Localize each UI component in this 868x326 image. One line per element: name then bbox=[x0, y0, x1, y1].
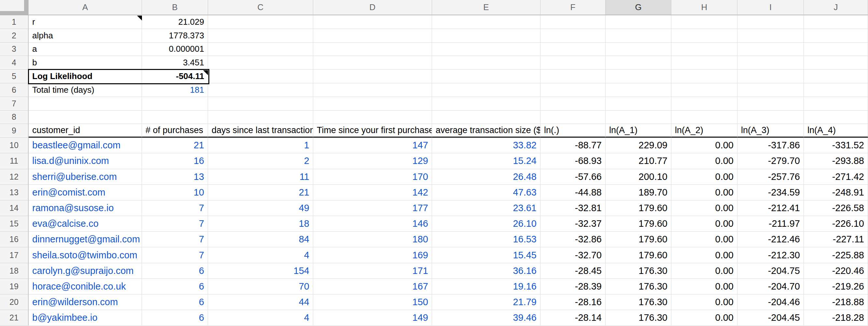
cell-H20[interactable]: 0.00 bbox=[671, 294, 738, 310]
cell-A4[interactable]: b bbox=[29, 56, 142, 70]
cell-C2[interactable] bbox=[208, 29, 313, 43]
cell-D7[interactable] bbox=[313, 97, 432, 110]
cell-H14[interactable]: 0.00 bbox=[671, 200, 738, 216]
cell-J20[interactable]: -218.88 bbox=[804, 294, 868, 310]
column-header-D[interactable]: D bbox=[313, 0, 432, 15]
cell-I10[interactable]: -317.86 bbox=[738, 138, 804, 153]
cell-D8[interactable] bbox=[313, 110, 432, 124]
cell-D9[interactable]: Time since your first purchase bbox=[313, 124, 432, 138]
cell-J13[interactable]: -248.91 bbox=[804, 185, 868, 200]
cell-D14[interactable]: 177 bbox=[313, 200, 432, 216]
cell-J8[interactable] bbox=[804, 110, 868, 124]
cell-A15[interactable]: eva@calcise.co bbox=[29, 216, 142, 232]
cell-A9[interactable]: customer_id bbox=[29, 124, 142, 138]
cell-F5[interactable] bbox=[540, 70, 606, 83]
cell-E7[interactable] bbox=[432, 97, 540, 110]
cell-B11[interactable]: 16 bbox=[142, 153, 208, 169]
cell-I14[interactable]: -212.41 bbox=[738, 200, 804, 216]
cell-F19[interactable]: -28.39 bbox=[540, 279, 606, 294]
cell-H11[interactable]: 0.00 bbox=[671, 153, 738, 169]
cell-F7[interactable] bbox=[540, 97, 606, 110]
cell-E10[interactable]: 33.82 bbox=[432, 138, 540, 153]
cell-A16[interactable]: dinnernugget@gmail.com bbox=[29, 232, 142, 247]
cell-C16[interactable]: 84 bbox=[208, 232, 313, 247]
cell-A2[interactable]: alpha bbox=[29, 29, 142, 43]
row-header-2[interactable]: 2 bbox=[0, 29, 29, 43]
cell-G6[interactable] bbox=[606, 83, 671, 97]
row-header-3[interactable]: 3 bbox=[0, 43, 29, 56]
cell-J11[interactable]: -293.88 bbox=[804, 153, 868, 169]
cell-A13[interactable]: erin@comist.com bbox=[29, 185, 142, 200]
row-header-20[interactable]: 20 bbox=[0, 294, 29, 310]
cell-D12[interactable]: 170 bbox=[313, 169, 432, 185]
row-header-6[interactable]: 6 bbox=[0, 83, 29, 97]
cell-E8[interactable] bbox=[432, 110, 540, 124]
cell-J3[interactable] bbox=[804, 43, 868, 56]
row-header-11[interactable]: 11 bbox=[0, 153, 29, 169]
cell-E11[interactable]: 15.24 bbox=[432, 153, 540, 169]
cell-F10[interactable]: -88.77 bbox=[540, 138, 606, 153]
cell-F13[interactable]: -44.88 bbox=[540, 185, 606, 200]
row-header-12[interactable]: 12 bbox=[0, 169, 29, 185]
cell-B3[interactable]: 0.000001 bbox=[142, 43, 208, 56]
cell-C11[interactable]: 2 bbox=[208, 153, 313, 169]
cell-D21[interactable]: 149 bbox=[313, 310, 432, 326]
cell-F4[interactable] bbox=[540, 56, 606, 70]
cell-H8[interactable] bbox=[671, 110, 738, 124]
cell-F20[interactable]: -28.16 bbox=[540, 294, 606, 310]
cell-C19[interactable]: 70 bbox=[208, 279, 313, 294]
cell-H12[interactable]: 0.00 bbox=[671, 169, 738, 185]
cell-G1[interactable] bbox=[606, 15, 671, 29]
cell-A14[interactable]: ramona@susose.io bbox=[29, 200, 142, 216]
cell-F21[interactable]: -28.14 bbox=[540, 310, 606, 326]
cell-C7[interactable] bbox=[208, 97, 313, 110]
cell-I3[interactable] bbox=[738, 43, 804, 56]
cell-B15[interactable]: 7 bbox=[142, 216, 208, 232]
cell-E2[interactable] bbox=[432, 29, 540, 43]
cell-G5[interactable] bbox=[606, 70, 671, 83]
cell-H15[interactable]: 0.00 bbox=[671, 216, 738, 232]
cell-H19[interactable]: 0.00 bbox=[671, 279, 738, 294]
cell-I16[interactable]: -212.46 bbox=[738, 232, 804, 247]
cell-A21[interactable]: b@yakimbee.io bbox=[29, 310, 142, 326]
cell-B21[interactable]: 6 bbox=[142, 310, 208, 326]
cell-F6[interactable] bbox=[540, 83, 606, 97]
cell-A17[interactable]: sheila.soto@twimbo.com bbox=[29, 247, 142, 263]
row-header-21[interactable]: 21 bbox=[0, 310, 29, 326]
cell-C9[interactable]: days since last transaction bbox=[208, 124, 313, 138]
cell-B9[interactable]: # of purchases bbox=[142, 124, 208, 138]
cell-A11[interactable]: lisa.d@uninix.com bbox=[29, 153, 142, 169]
cell-I17[interactable]: -212.30 bbox=[738, 247, 804, 263]
cell-F11[interactable]: -68.93 bbox=[540, 153, 606, 169]
cell-E9[interactable]: average transaction size ($) bbox=[432, 124, 540, 138]
row-header-10[interactable]: 10 bbox=[0, 138, 29, 153]
cell-A10[interactable]: beastlee@gmail.com bbox=[29, 138, 142, 153]
cell-I12[interactable]: -257.76 bbox=[738, 169, 804, 185]
cell-B19[interactable]: 6 bbox=[142, 279, 208, 294]
cell-E15[interactable]: 26.10 bbox=[432, 216, 540, 232]
cell-F12[interactable]: -57.66 bbox=[540, 169, 606, 185]
row-header-15[interactable]: 15 bbox=[0, 216, 29, 232]
cell-H4[interactable] bbox=[671, 56, 738, 70]
cell-H10[interactable]: 0.00 bbox=[671, 138, 738, 153]
cell-C21[interactable]: 4 bbox=[208, 310, 313, 326]
cell-A7[interactable] bbox=[29, 97, 142, 110]
cell-J14[interactable]: -226.58 bbox=[804, 200, 868, 216]
cell-E20[interactable]: 21.79 bbox=[432, 294, 540, 310]
cell-J4[interactable] bbox=[804, 56, 868, 70]
cell-B2[interactable]: 1778.373 bbox=[142, 29, 208, 43]
cell-C10[interactable]: 1 bbox=[208, 138, 313, 153]
cell-D15[interactable]: 146 bbox=[313, 216, 432, 232]
cell-F1[interactable] bbox=[540, 15, 606, 29]
cell-I11[interactable]: -279.70 bbox=[738, 153, 804, 169]
cell-B17[interactable]: 7 bbox=[142, 247, 208, 263]
cell-E17[interactable]: 15.45 bbox=[432, 247, 540, 263]
cell-J18[interactable]: -220.46 bbox=[804, 263, 868, 279]
cell-G14[interactable]: 179.60 bbox=[606, 200, 671, 216]
cell-A3[interactable]: a bbox=[29, 43, 142, 56]
row-header-14[interactable]: 14 bbox=[0, 200, 29, 216]
cell-J6[interactable] bbox=[804, 83, 868, 97]
cell-F16[interactable]: -32.86 bbox=[540, 232, 606, 247]
cell-C20[interactable]: 44 bbox=[208, 294, 313, 310]
row-header-9[interactable]: 9 bbox=[0, 124, 29, 138]
